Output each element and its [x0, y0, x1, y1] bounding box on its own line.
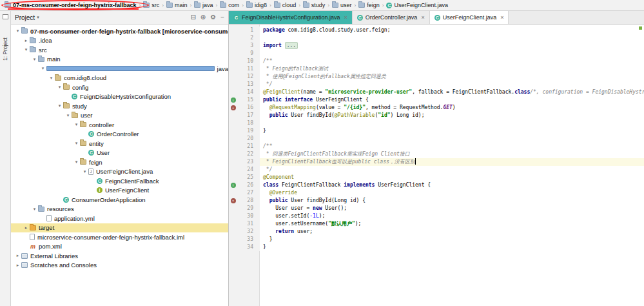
gutter-icon-zone[interactable]: ↑ — [229, 197, 237, 205]
implemented-icon[interactable]: ↓ — [231, 97, 236, 103]
implemented-method-icon[interactable]: ↓ — [231, 105, 236, 110]
breadcrumb-item[interactable]: 07-ms-consumer-order-feign-hystrix-fallb… — [3, 2, 139, 8]
tree-chevron-icon[interactable]: ▸ — [15, 263, 21, 268]
close-icon[interactable]: × — [421, 14, 424, 21]
tree-chevron-icon[interactable]: ▸ — [23, 38, 29, 43]
gutter-icon-zone[interactable]: ↑ — [229, 181, 237, 189]
tree-item[interactable]: CConsumerOrderApplication — [11, 195, 228, 205]
tree-chevron-icon[interactable]: ▾ — [32, 207, 37, 212]
code-line[interactable]: 30 user.setId(-1L); — [229, 212, 644, 220]
close-icon[interactable]: × — [344, 14, 347, 21]
gutter-icon-zone[interactable] — [229, 42, 237, 50]
tree-chevron-icon[interactable]: ▾ — [82, 169, 88, 174]
breadcrumb-item[interactable]: user — [330, 2, 354, 8]
project-tool-button[interactable]: 1: Project — [0, 24, 10, 74]
implements-icon[interactable]: ↑ — [231, 183, 236, 188]
gutter-icon-zone[interactable] — [229, 26, 237, 34]
code-line[interactable]: 25@Component — [229, 174, 644, 181]
code-line[interactable]: 31 user.setUsername("默认用户"); — [229, 220, 644, 228]
collapse-all-icon[interactable]: ⊟ — [190, 14, 195, 21]
gutter-icon-zone[interactable] — [229, 34, 237, 42]
tree-chevron-icon[interactable]: ▾ — [73, 141, 79, 146]
gutter-icon-zone[interactable] — [229, 158, 237, 166]
gutter-icon-zone[interactable]: ↓ — [229, 104, 237, 112]
code-line[interactable]: 19} — [229, 127, 644, 135]
code-line[interactable]: ↓16 @RequestMapping(value = "/{id}", met… — [229, 104, 644, 112]
tree-item[interactable]: ▾src — [11, 45, 228, 55]
override-icon[interactable]: ↑ — [231, 198, 236, 203]
tree-item[interactable]: CFeignClientFallback — [11, 176, 228, 186]
tree-item[interactable]: ▾feign — [11, 158, 228, 167]
tree-chevron-icon[interactable]: ▾ — [48, 76, 54, 81]
tree-item[interactable]: microservice-consumer-order-feign-hystri… — [11, 232, 228, 242]
tree-chevron-icon[interactable]: ▾ — [57, 85, 63, 90]
tree-chevron-icon[interactable]: ▾ — [73, 122, 79, 127]
code-line[interactable]: 13 */ — [229, 81, 644, 88]
tree-item[interactable]: ▸External Libraries — [11, 251, 228, 261]
code-line[interactable]: 27 @Override — [229, 189, 644, 197]
tree-chevron-icon[interactable]: ▾ — [73, 159, 79, 165]
breadcrumb-item[interactable]: CUserFeignClient.java — [384, 2, 450, 8]
tree-item[interactable]: ▾resources — [11, 205, 228, 214]
gutter-icon-zone[interactable] — [229, 135, 237, 143]
breadcrumb-item[interactable]: feign — [356, 2, 382, 8]
locate-icon[interactable]: ⊕ — [200, 14, 206, 21]
breadcrumb-item[interactable]: src — [141, 2, 161, 8]
tree-item[interactable]: ▾JUserFeignClient.java — [11, 167, 228, 177]
tree-item[interactable]: ▾07-ms-consumer-order-feign-hystrix-fall… — [11, 26, 228, 36]
tree-item[interactable]: ▾user — [11, 111, 228, 121]
tree-chevron-icon[interactable]: ▾ — [40, 66, 46, 71]
gutter-icon-zone[interactable] — [229, 243, 237, 251]
gutter-icon-zone[interactable] — [229, 236, 237, 243]
code-line[interactable]: ↑26class FeignClientFallback implements … — [229, 181, 644, 189]
code-line[interactable]: 21/** — [229, 143, 644, 150]
code-line[interactable]: 14@FeignClient(name = "microservice-prov… — [229, 88, 644, 96]
code-line[interactable]: 20 — [229, 135, 644, 143]
tree-item[interactable]: IUserFeignClient — [11, 186, 228, 196]
tree-chevron-icon[interactable]: ▸ — [15, 253, 21, 258]
gutter-icon-zone[interactable] — [229, 127, 237, 135]
chevron-down-icon[interactable]: ▾ — [37, 15, 39, 20]
breadcrumb-item[interactable]: study — [301, 2, 327, 8]
gutter-icon-zone[interactable] — [229, 174, 237, 181]
close-icon[interactable]: × — [500, 14, 503, 21]
tree-item[interactable]: ▸.idea — [11, 36, 228, 46]
gutter-icon-zone[interactable] — [229, 81, 237, 88]
gutter-icon-zone[interactable] — [229, 50, 237, 57]
code-line[interactable]: 17 public User findById(@PathVariable("i… — [229, 112, 644, 119]
code-line[interactable]: 32 return user; — [229, 228, 644, 236]
editor-tab[interactable]: CUserFeignClient.java× — [430, 11, 509, 24]
code-line[interactable]: 9 — [229, 50, 644, 57]
tree-item[interactable]: CUser — [11, 148, 228, 158]
gutter-icon-zone[interactable] — [229, 57, 237, 65]
gutter-icon-zone[interactable] — [229, 143, 237, 150]
tool-window-icon[interactable] — [3, 14, 8, 19]
breadcrumb-item[interactable]: main — [164, 2, 190, 8]
code-line[interactable]: 24 */ — [229, 166, 644, 174]
gutter-icon-zone[interactable] — [229, 220, 237, 228]
breadcrumb-item[interactable]: java — [192, 2, 215, 8]
code-line[interactable]: 23 * FeignClientFallback也可以是public class… — [229, 158, 644, 166]
gutter-icon-zone[interactable]: ↓ — [229, 96, 237, 104]
tree-item[interactable]: application.yml — [11, 214, 228, 223]
gutter-icon-zone[interactable] — [229, 189, 237, 197]
code-editor[interactable]: 1package com.idig8.cloud.study.user.feig… — [229, 25, 644, 306]
tree-item[interactable]: ▸target — [11, 223, 228, 233]
editor-tab[interactable]: CFeignDisableHystrixConfiguration.java× — [229, 11, 353, 24]
code-line[interactable]: 33 } — [229, 236, 644, 243]
code-line[interactable]: 18 — [229, 119, 644, 127]
code-line[interactable]: 12 * 使用@FeignClient的fallback属性指定回退类 — [229, 73, 644, 81]
tree-chevron-icon[interactable]: ▾ — [57, 103, 63, 108]
code-line[interactable]: 11 * Feign的fallback测试 — [229, 65, 644, 73]
gutter-icon-zone[interactable] — [229, 119, 237, 127]
gutter-icon-zone[interactable] — [229, 112, 237, 119]
tree-chevron-icon[interactable]: ▾ — [23, 47, 29, 52]
gutter-icon-zone[interactable] — [229, 88, 237, 96]
gutter-icon-zone[interactable] — [229, 150, 237, 158]
tree-chevron-icon[interactable]: ▾ — [65, 113, 71, 118]
gutter-icon-zone[interactable] — [229, 65, 237, 73]
gutter-icon-zone[interactable] — [229, 166, 237, 174]
breadcrumb-item[interactable]: com — [218, 2, 241, 8]
tree-item[interactable]: CFeignDisableHystrixConfiguration — [11, 92, 228, 102]
gutter-icon-zone[interactable] — [229, 73, 237, 81]
